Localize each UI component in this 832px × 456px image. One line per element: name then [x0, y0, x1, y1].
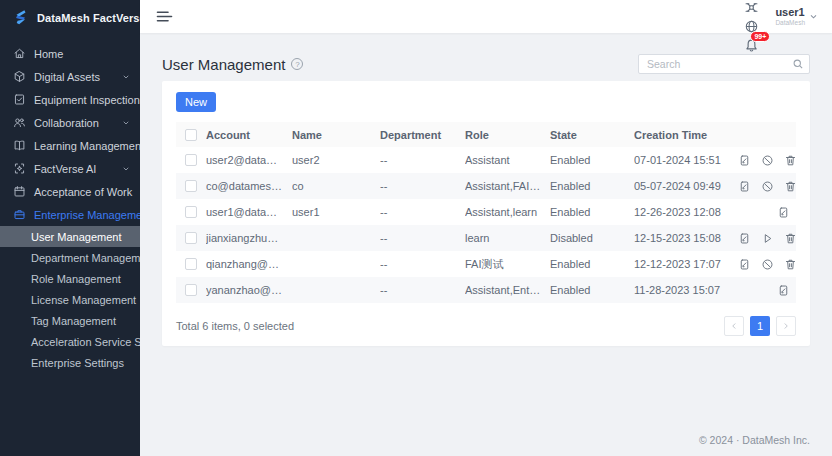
edit-card-icon[interactable] [777, 284, 790, 297]
sidebar-subitem-department-management[interactable]: Department Management [0, 247, 140, 268]
column-header: Department [380, 129, 465, 141]
column-header: Role [465, 129, 550, 141]
sidebar-item-acceptance-of-work[interactable]: Acceptance of Work [0, 180, 140, 203]
table-body: user2@datamesh.c...user2--AssistantEnabl… [176, 147, 796, 303]
cell-creation-time: 07-01-2024 15:51 [634, 154, 738, 166]
edit-card-icon[interactable] [777, 206, 790, 219]
cell-department: -- [380, 284, 465, 296]
sidebar-subitem-license-management[interactable]: License Management [0, 289, 140, 310]
home-icon [13, 47, 26, 60]
row-checkbox[interactable] [185, 284, 197, 296]
drone-icon[interactable] [742, 0, 761, 17]
cell-creation-time: 11-28-2023 15:07 [634, 284, 738, 296]
delete-icon[interactable] [784, 180, 797, 193]
row-checkbox[interactable] [185, 232, 197, 244]
page-1-button[interactable]: 1 [750, 316, 770, 336]
row-checkbox[interactable] [185, 258, 197, 270]
edit-card-icon[interactable] [738, 232, 751, 245]
prev-page-button[interactable] [724, 316, 744, 336]
column-header: State [550, 129, 634, 141]
user-menu[interactable]: user1 DataMesh [775, 7, 818, 27]
cell-creation-time: 12-26-2023 12:08 [634, 206, 738, 218]
cell-department: -- [380, 232, 465, 244]
edit-card-icon[interactable] [738, 180, 751, 193]
sidebar: DataMesh FactVerse HomeDigital AssetsEqu… [0, 0, 140, 456]
cell-account: co@datamesh.com [206, 180, 292, 192]
disable-icon[interactable] [761, 258, 774, 271]
chevron-down-icon [122, 119, 130, 127]
sidebar-subitem-label: Role Management [31, 273, 121, 285]
column-header: Account [206, 129, 292, 141]
app-root: DataMesh FactVerse HomeDigital AssetsEqu… [0, 0, 832, 456]
row-actions [738, 180, 803, 193]
sidebar-item-label: Learning Management [34, 140, 144, 152]
cell-department: -- [380, 180, 465, 192]
table-header-row: AccountNameDepartmentRoleStateCreation T… [176, 122, 796, 147]
sidebar-subitem-user-management[interactable]: User Management [0, 226, 140, 247]
table-row: yananzhao@datam...--Assistant,Enterpris.… [176, 277, 796, 303]
sidebar-item-label: Enterprise Management [34, 209, 151, 221]
sidebar-item-equipment-inspection[interactable]: Equipment Inspection [0, 88, 140, 111]
chevron-down-icon [122, 73, 130, 81]
next-page-button[interactable] [776, 316, 796, 336]
page-header: User Management ? [162, 54, 810, 74]
cell-account: qianzhang@datam... [206, 258, 292, 270]
column-header: Name [292, 129, 380, 141]
content: User Management ? New AccountNameDepartm… [140, 33, 832, 456]
bell-icon[interactable]: 99+ [742, 36, 761, 55]
cell-state: Enabled [550, 154, 634, 166]
sidebar-item-digital-assets[interactable]: Digital Assets [0, 65, 140, 88]
chevron-down-icon [122, 165, 130, 173]
sidebar-item-label: FactVerse AI [34, 163, 96, 175]
cell-creation-time: 12-15-2023 15:08 [634, 232, 738, 244]
search-input[interactable] [638, 54, 810, 74]
delete-icon[interactable] [784, 154, 797, 167]
row-checkbox[interactable] [185, 154, 197, 166]
cell-account: user1@datamesh.c... [206, 206, 292, 218]
cell-role: learn [465, 232, 550, 244]
cell-name: user1 [292, 206, 380, 218]
row-actions [738, 258, 803, 271]
edit-card-icon[interactable] [738, 154, 751, 167]
cell-state: Enabled [550, 258, 634, 270]
sidebar-subitem-tag-management[interactable]: Tag Management [0, 310, 140, 331]
brand[interactable]: DataMesh FactVerse [0, 0, 140, 34]
hamburger-icon[interactable] [154, 7, 175, 26]
topbar-actions: 99+ user1 DataMesh [718, 0, 818, 55]
row-checkbox[interactable] [185, 180, 197, 192]
disable-icon[interactable] [761, 180, 774, 193]
disable-icon[interactable] [761, 154, 774, 167]
delete-icon[interactable] [784, 232, 797, 245]
sidebar-item-factverse-ai[interactable]: FactVerse AI [0, 157, 140, 180]
table-row: co@datamesh.comco--Assistant,FAI测试,l...E… [176, 173, 796, 199]
help-icon[interactable]: ? [291, 58, 303, 70]
row-checkbox[interactable] [185, 206, 197, 218]
row-actions [738, 232, 803, 245]
sidebar-subitem-role-management[interactable]: Role Management [0, 268, 140, 289]
topbar: 99+ user1 DataMesh [140, 0, 832, 33]
cell-department: -- [380, 258, 465, 270]
sidebar-item-home[interactable]: Home [0, 42, 140, 65]
cell-role: Assistant,FAI测试,l... [465, 179, 550, 194]
sidebar-item-collaboration[interactable]: Collaboration [0, 111, 140, 134]
table-summary: Total 6 items, 0 selected [176, 320, 294, 332]
sidebar-item-label: Digital Assets [34, 71, 100, 83]
notification-badge: 99+ [750, 31, 770, 42]
sidebar-subitem-enterprise-settings[interactable]: Enterprise Settings [0, 352, 140, 373]
cell-account: user2@datamesh.c... [206, 154, 292, 166]
cell-state: Disabled [550, 232, 634, 244]
select-all-checkbox[interactable] [185, 129, 197, 141]
cell-name: user2 [292, 154, 380, 166]
new-button[interactable]: New [176, 92, 216, 112]
sidebar-item-learning-management[interactable]: Learning Management [0, 134, 140, 157]
cell-state: Enabled [550, 284, 634, 296]
sidebar-item-enterprise-management[interactable]: Enterprise Management [0, 203, 140, 226]
cell-state: Enabled [550, 206, 634, 218]
sidebar-nav: HomeDigital AssetsEquipment InspectionCo… [0, 42, 140, 373]
sidebar-subitem-acceleration-service-settings[interactable]: Acceleration Service Settings [0, 331, 140, 352]
edit-card-icon[interactable] [738, 258, 751, 271]
pagination: 1 [724, 316, 796, 336]
book-icon [13, 139, 26, 152]
enable-icon[interactable] [761, 232, 774, 245]
delete-icon[interactable] [784, 258, 797, 271]
